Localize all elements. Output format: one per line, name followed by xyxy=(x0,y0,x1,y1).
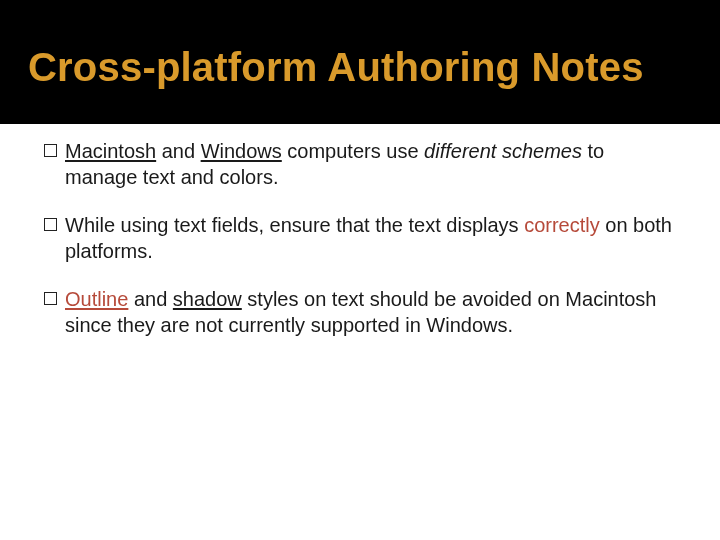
slide-title: Cross-platform Authoring Notes xyxy=(28,46,644,88)
bullet-text: While using text fields, ensure that the… xyxy=(65,212,676,264)
bullet-text: Macintosh and Windows computers use diff… xyxy=(65,138,676,190)
square-bullet-icon xyxy=(44,144,57,157)
title-bar: Cross-platform Authoring Notes xyxy=(0,22,720,112)
square-bullet-icon xyxy=(44,292,57,305)
bullet-text: Outline and shadow styles on text should… xyxy=(65,286,676,338)
bullet-item: While using text fields, ensure that the… xyxy=(44,212,676,264)
bullet-item: Outline and shadow styles on text should… xyxy=(44,286,676,338)
square-bullet-icon xyxy=(44,218,57,231)
body-area: Macintosh and Windows computers use diff… xyxy=(0,124,720,540)
slide: Cross-platform Authoring Notes Macintosh… xyxy=(0,0,720,540)
bullet-item: Macintosh and Windows computers use diff… xyxy=(44,138,676,190)
